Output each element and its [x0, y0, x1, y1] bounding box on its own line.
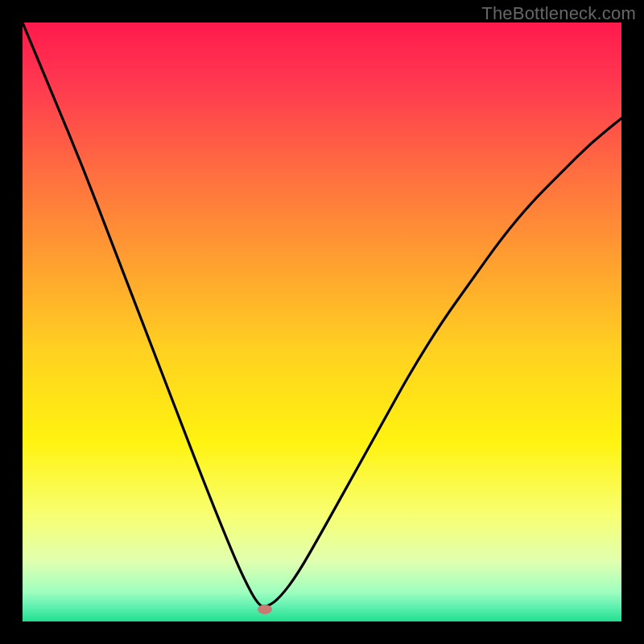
optimal-point-marker [258, 605, 272, 614]
bottleneck-curve [23, 23, 621, 621]
plot-area [23, 23, 621, 621]
chart-frame: TheBottleneck.com [0, 0, 644, 644]
watermark-text: TheBottleneck.com [481, 3, 636, 24]
